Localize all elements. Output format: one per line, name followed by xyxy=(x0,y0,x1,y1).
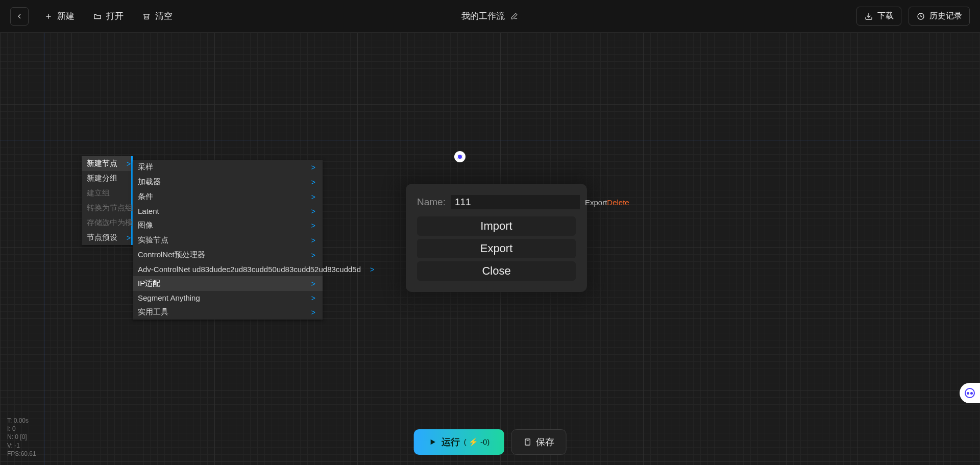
chevron-right-icon: > xyxy=(311,163,315,172)
run-label: 运行 xyxy=(442,436,460,448)
context-menu-item: 转换为节点组 xyxy=(82,201,131,215)
svg-marker-4 xyxy=(431,439,435,445)
guide-vertical xyxy=(44,33,44,465)
guide-horizontal xyxy=(0,140,980,140)
workflow-title-text: 我的工作流 xyxy=(461,10,505,22)
download-button[interactable]: 下载 xyxy=(856,7,901,26)
stat-i: I: 0 xyxy=(7,425,36,433)
bottom-bar: 运行 ( ⚡ -0) 保存 xyxy=(414,429,567,455)
close-button[interactable]: Close xyxy=(417,261,576,281)
submenu-item[interactable]: 实验节点> xyxy=(133,233,323,248)
history-label: 历史记录 xyxy=(929,11,962,21)
submenu-item[interactable]: 采样> xyxy=(133,160,323,175)
chevron-right-icon: > xyxy=(311,193,315,201)
chevron-right-icon: > xyxy=(311,178,315,186)
export-button[interactable]: Export xyxy=(417,239,576,258)
submenu-item[interactable]: Adv-ControlNet ud83dudec2ud83cudd50ud83c… xyxy=(133,262,323,276)
stat-t: T: 0.00s xyxy=(7,417,36,425)
submenu-item-label: 图像 xyxy=(138,221,153,230)
submenu-item[interactable]: IP适配> xyxy=(133,276,323,291)
chevron-right-icon: > xyxy=(311,251,315,259)
submenu-item-label: IP适配 xyxy=(138,279,160,288)
submenu-item-label: 实验节点 xyxy=(138,235,168,245)
back-button[interactable] xyxy=(10,7,29,26)
name-input[interactable] xyxy=(451,195,580,209)
download-icon xyxy=(864,12,873,21)
submenu-item[interactable]: 条件> xyxy=(133,189,323,204)
save-label: 保存 xyxy=(536,436,554,448)
top-bar: 新建 打开 清空 我的工作流 下载 xyxy=(0,0,980,33)
run-button[interactable]: 运行 ( ⚡ -0) xyxy=(414,429,504,455)
edit-icon xyxy=(510,12,519,21)
chevron-right-icon: > xyxy=(311,207,315,215)
submenu-item-label: 实用工具 xyxy=(138,307,168,317)
assistant-button[interactable] xyxy=(960,383,980,403)
open-button[interactable]: 打开 xyxy=(90,7,127,25)
submenu-item-label: 条件 xyxy=(138,192,153,202)
chevron-right-icon: > xyxy=(370,265,374,274)
chevron-left-icon xyxy=(15,12,24,21)
clear-label: 清空 xyxy=(155,10,173,22)
menu-item-label: 建立组 xyxy=(87,188,110,198)
submenu-item-label: Adv-ControlNet ud83dudec2ud83cudd50ud83c… xyxy=(138,265,361,274)
chevron-right-icon: > xyxy=(127,234,131,242)
menu-item-label: 新建节点 xyxy=(87,159,117,168)
save-button[interactable]: 保存 xyxy=(511,429,566,455)
submenu-item-label: Segment Anything xyxy=(138,293,200,302)
chevron-right-icon: > xyxy=(311,308,315,316)
preset-dialog: Name: ExportDelete Import Export Close xyxy=(406,184,587,292)
new-button[interactable]: 新建 xyxy=(41,7,78,25)
run-cost: ( ⚡ -0) xyxy=(464,437,490,447)
context-menu-item[interactable]: 新建分组 xyxy=(82,171,131,186)
chevron-right-icon: > xyxy=(311,236,315,244)
submenu-item[interactable]: Segment Anything> xyxy=(133,291,323,305)
assistant-icon xyxy=(965,388,975,398)
svg-rect-5 xyxy=(525,439,530,445)
new-label: 新建 xyxy=(57,10,75,22)
stat-fps: FPS:60.61 xyxy=(7,450,36,458)
canvas-stats: T: 0.00s I: 0 N: 0 [0] V: -1 FPS:60.61 xyxy=(7,417,36,458)
name-label: Name: xyxy=(417,197,446,208)
delete-link[interactable]: Delete xyxy=(607,198,629,207)
context-menu-item: 存储选中为模板 xyxy=(82,215,131,230)
submenu-item[interactable]: Latent> xyxy=(133,204,323,218)
menu-item-label: 新建分组 xyxy=(87,174,117,183)
trash-icon xyxy=(142,12,151,21)
submenu-item-label: 加载器 xyxy=(138,177,161,187)
menu-item-label: 节点预设 xyxy=(87,233,117,242)
submenu-item[interactable]: 实用工具> xyxy=(133,305,323,320)
open-label: 打开 xyxy=(106,10,124,22)
save-icon xyxy=(523,437,532,447)
import-button[interactable]: Import xyxy=(417,216,576,236)
context-menu-item: 建立组 xyxy=(82,186,131,201)
clear-button[interactable]: 清空 xyxy=(139,7,176,25)
submenu-item[interactable]: 图像> xyxy=(133,218,323,233)
workflow-title[interactable]: 我的工作流 xyxy=(461,10,519,22)
chevron-right-icon: > xyxy=(127,160,131,168)
submenu-item-label: 采样 xyxy=(138,162,153,172)
submenu-item[interactable]: 加载器> xyxy=(133,175,323,189)
download-label: 下载 xyxy=(877,11,894,21)
chevron-right-icon: > xyxy=(311,222,315,230)
folder-icon xyxy=(93,12,102,21)
context-submenu: 采样>加载器>条件>Latent>图像>实验节点>ControlNet预处理器>… xyxy=(133,160,323,320)
context-menu-item[interactable]: 新建节点> xyxy=(82,156,131,171)
menu-item-label: 转换为节点组 xyxy=(87,203,133,213)
export-link[interactable]: Export xyxy=(585,198,607,207)
chevron-right-icon: > xyxy=(311,294,315,302)
stat-n: N: 0 [0] xyxy=(7,433,36,441)
plus-icon xyxy=(44,12,53,21)
play-icon xyxy=(428,437,437,447)
submenu-item-label: Latent xyxy=(138,207,159,215)
context-menu: 新建节点>新建分组建立组转换为节点组存储选中为模板节点预设> xyxy=(82,156,133,245)
context-menu-item[interactable]: 节点预设> xyxy=(82,230,131,245)
history-button[interactable]: 历史记录 xyxy=(909,7,970,26)
submenu-item-label: ControlNet预处理器 xyxy=(138,250,205,260)
stat-v: V: -1 xyxy=(7,442,36,450)
submenu-item[interactable]: ControlNet预处理器> xyxy=(133,248,323,262)
chevron-right-icon: > xyxy=(311,280,315,288)
history-icon xyxy=(916,12,925,21)
robot-icon xyxy=(454,151,465,162)
